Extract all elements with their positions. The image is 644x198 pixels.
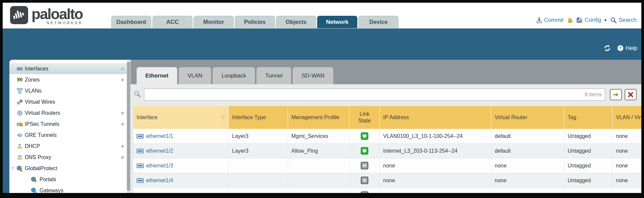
table-row[interactable]: ethernet1/5 none none Untagged none [133,188,641,193]
table-row[interactable]: ethernet1/3 none none Untagged none [133,158,641,173]
column-header-virtual-router[interactable]: Virtual Router [491,106,564,129]
sidebar-item-zones[interactable]: Zones [9,74,127,85]
cell-interface-type [229,173,288,188]
sidebar-item-portals[interactable]: Portals [9,174,127,185]
config-menu-button[interactable]: Config ▼ [576,17,607,23]
column-header-link-state[interactable]: Link State [350,106,380,129]
tab-vlan[interactable]: VLAN [179,67,211,84]
column-header-vlan-virtual-wire[interactable]: VLAN / Virtual Wire [613,106,641,129]
sidebar-item-gre-tunnels[interactable]: GRE Tunnels [9,130,127,141]
apply-filter-button[interactable] [610,89,622,100]
sidebar-item-dns-proxy[interactable]: DNS DNS Proxy [9,152,127,163]
cell-interface-type [229,188,288,193]
table-row[interactable]: ethernet1/4 none none Untagged none [133,173,641,188]
cell-tag: Untagged [564,144,613,158]
sidebar-item-virtual-wires[interactable]: Virtual Wires [9,96,127,107]
lock-icon[interactable] [566,16,574,24]
zones-icon [17,77,23,83]
sort-dropdown-icon[interactable]: ▽ [221,114,225,120]
interface-link[interactable]: ethernet1/4 [146,178,173,184]
network-sidebar: Interfaces Zones VLANs Virtual Wires Vir… [9,60,127,193]
cell-management-profile: Allow_Ping [288,144,350,158]
tab-acc[interactable]: ACC [152,16,193,28]
column-sort-menu[interactable]: ▽ [218,106,229,129]
dhcp-icon: IP [17,143,23,149]
cell-virtual-router: none [491,188,564,193]
ethernet-interface-icon [137,193,144,193]
column-header-interface[interactable]: Interface [133,106,218,129]
tab-ethernet[interactable]: Ethernet [137,67,177,84]
cell-vlan-virtual-wire: none [613,173,641,188]
tab-dashboard[interactable]: Dashboard [111,16,151,28]
sidebar-item-gateways[interactable]: Gateways [9,185,127,193]
interface-link[interactable]: ethernet1/1 [146,133,173,139]
commit-button[interactable]: Commit [536,17,564,23]
sidebar-scrollbar-thumb[interactable] [127,62,130,191]
tab-objects[interactable]: Objects [276,16,316,28]
options-dot[interactable] [121,145,124,148]
column-header-management-profile[interactable]: Management Profile [288,106,350,129]
green-arrow-icon [613,91,619,98]
options-dot[interactable] [121,123,124,126]
red-x-icon [627,91,634,98]
logo-wordmark: paloalto [31,6,83,22]
cell-management-profile [288,173,350,188]
sidebar-item-label: GRE Tunnels [25,132,57,138]
column-header-interface-type[interactable]: Interface Type [229,106,288,129]
table-row[interactable]: ethernet1/2 Layer3 Allow_Ping Internet_L… [133,144,641,158]
cell-interface-type [229,158,288,173]
cell-management-profile [288,188,350,193]
sidebar-item-ipsec-tunnels[interactable]: IPSec Tunnels [9,118,127,130]
sidebar-item-label: Virtual Routers [25,110,60,116]
ethernet-interface-icon [137,163,144,168]
cell-tag: Untagged [564,188,613,193]
tab-device[interactable]: Device [358,16,399,28]
sidebar-item-interfaces[interactable]: Interfaces [9,63,127,74]
refresh-icon[interactable] [603,44,611,52]
column-header-tag[interactable]: Tag [564,106,613,129]
svg-text:DNS: DNS [18,155,22,157]
options-dot[interactable] [121,79,124,81]
options-dot[interactable] [121,112,124,114]
table-header-row: Interface ▽ Interface Type Management Pr… [133,106,641,129]
sidebar-item-virtual-routers[interactable]: Virtual Routers [9,107,127,118]
clear-filter-button[interactable] [625,89,637,100]
svg-text:?: ? [619,46,622,51]
ethernet-interface-icon [137,134,144,139]
paloalto-logo: paloalto NETWORKS® [10,6,83,25]
expander-icon[interactable]: ▽ [11,166,14,171]
sidebar-item-vlans[interactable]: VLANs [9,85,127,96]
commit-icon [536,17,543,23]
config-label: Config [585,17,601,23]
interface-link[interactable]: ethernet1/3 [146,163,173,169]
interface-link[interactable]: ethernet1/2 [146,148,173,154]
cell-virtual-router: default [491,129,564,143]
main-content: Ethernet VLAN Loopback Tunnel SD-WAN 9 i… [131,60,641,193]
interfaces-table: Interface ▽ Interface Type Management Pr… [133,106,641,193]
app-window: paloalto NETWORKS® Dashboard ACC Monitor… [3,3,641,193]
sidebar-item-label: VLANs [25,88,42,94]
svg-text:IP: IP [19,143,21,146]
tab-loopback[interactable]: Loopback [213,67,255,84]
sidebar-item-globalprotect[interactable]: ▽ GlobalProtect [9,163,127,174]
cell-ip-address: none [380,173,491,188]
sidebar-scrollbar[interactable] [127,60,131,193]
cell-vlan-virtual-wire: none [613,188,641,193]
tab-sdwan[interactable]: SD-WAN [293,67,333,84]
table-row[interactable]: ethernet1/1 Layer3 Mgmt_Services VLAN010… [133,129,641,144]
gateways-icon [31,188,37,193]
filter-input[interactable] [144,89,605,101]
options-dot[interactable] [121,67,124,70]
tab-network[interactable]: Network [317,16,357,28]
tab-policies[interactable]: Policies [235,16,275,28]
help-button[interactable]: ? Help [617,44,637,52]
tab-monitor[interactable]: Monitor [194,16,234,28]
tab-tunnel[interactable]: Tunnel [257,67,291,84]
interface-link[interactable]: ethernet1/5 [146,192,173,193]
sidebar-item-label: Virtual Wires [25,99,55,105]
secondary-bar-utilities: ? Help [603,44,637,52]
options-dot[interactable] [121,156,124,159]
sidebar-item-dhcp[interactable]: IP DHCP [9,141,127,152]
search-button[interactable]: Search [610,17,637,23]
column-header-ip-address[interactable]: IP Address [380,106,491,129]
